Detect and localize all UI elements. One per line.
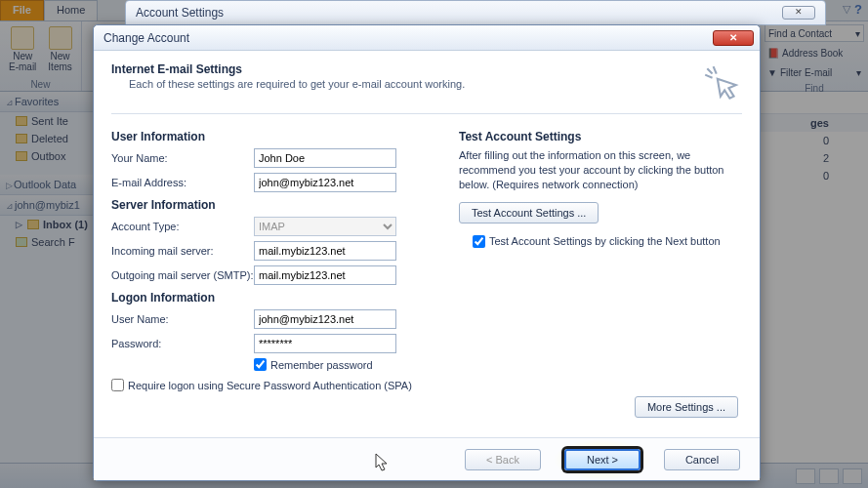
label-outgoing: Outgoing mail server (SMTP): <box>111 269 254 281</box>
account-type-select: IMAP <box>254 217 396 236</box>
test-on-next-label: Test Account Settings by clicking the Ne… <box>489 235 721 247</box>
remember-password-checkbox[interactable] <box>254 358 267 371</box>
remember-password-label: Remember password <box>270 359 373 371</box>
section-server-info: Server Information <box>111 198 441 212</box>
back-button: < Back <box>465 449 541 470</box>
spa-checkbox[interactable] <box>111 379 124 391</box>
spa-label: Require logon using Secure Password Auth… <box>128 380 412 391</box>
dialog-footer: < Back Next > Cancel <box>94 437 760 480</box>
dialog-banner: Internet E-mail Settings Each of these s… <box>111 59 742 114</box>
label-incoming: Incoming mail server: <box>111 245 254 257</box>
cancel-button[interactable]: Cancel <box>664 449 740 470</box>
close-button[interactable]: ✕ <box>782 6 815 20</box>
form-right-column: Test Account Settings After filling out … <box>459 124 742 391</box>
label-email: E-mail Address: <box>111 177 254 188</box>
label-your-name: Your Name: <box>111 152 254 164</box>
section-logon-info: Logon Information <box>111 291 441 305</box>
next-button[interactable]: Next > <box>564 449 641 470</box>
password-field[interactable] <box>254 334 396 353</box>
label-password: Password: <box>111 338 254 349</box>
dialog-titlebar: Change Account ✕ <box>94 25 760 51</box>
test-account-button[interactable]: Test Account Settings ... <box>459 202 599 224</box>
incoming-server-field[interactable] <box>254 241 396 261</box>
dialog-title: Change Account <box>103 31 189 45</box>
username-field[interactable] <box>254 309 396 329</box>
banner-title: Internet E-mail Settings <box>111 62 701 76</box>
banner-subtitle: Each of these settings are required to g… <box>129 78 701 90</box>
email-field[interactable] <box>254 173 396 192</box>
cursor-click-icon <box>701 62 742 103</box>
section-user-info: User Information <box>111 130 441 143</box>
your-name-field[interactable] <box>254 148 396 168</box>
outgoing-server-field[interactable] <box>254 265 396 285</box>
form-left-column: User Information Your Name: E-mail Addre… <box>111 124 441 391</box>
test-description: After filling out the information on thi… <box>459 148 742 192</box>
cursor-icon <box>375 453 389 472</box>
test-on-next-checkbox[interactable] <box>473 235 485 248</box>
close-icon[interactable]: ✕ <box>713 30 754 46</box>
change-account-dialog: Change Account ✕ Internet E-mail Setting… <box>93 24 761 481</box>
section-test: Test Account Settings <box>459 130 742 143</box>
label-account-type: Account Type: <box>111 221 254 232</box>
more-settings-button[interactable]: More Settings ... <box>635 396 738 418</box>
label-username: User Name: <box>111 313 254 325</box>
account-settings-window: Account Settings ✕ <box>125 0 826 25</box>
window-title: Account Settings <box>136 6 224 20</box>
